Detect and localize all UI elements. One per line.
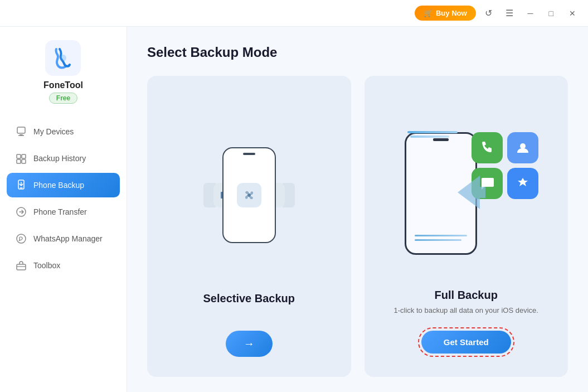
- history-button[interactable]: ↺: [480, 6, 497, 21]
- sidebar-item-toolbox[interactable]: Toolbox: [7, 253, 120, 278]
- svg-point-1: [60, 55, 66, 61]
- whatsapp-icon: [16, 233, 27, 244]
- nav-menu: My Devices Backup History: [0, 119, 127, 278]
- app-name: FoneTool: [43, 80, 83, 90]
- selective-backup-button[interactable]: →: [226, 331, 273, 357]
- app-store-icon: [507, 168, 538, 199]
- sidebar-item-my-devices[interactable]: My Devices: [7, 119, 120, 144]
- get-started-border: Get Started: [418, 327, 514, 357]
- sidebar-item-phone-transfer[interactable]: Phone Transfer: [7, 200, 120, 224]
- svg-rect-2: [17, 127, 25, 133]
- sidebar-item-phone-backup[interactable]: Phone Backup: [7, 173, 120, 197]
- get-started-button[interactable]: Get Started: [421, 331, 511, 354]
- svg-rect-13: [17, 264, 26, 270]
- svg-rect-6: [22, 154, 26, 158]
- sidebar-item-backup-history[interactable]: Backup History: [7, 146, 120, 171]
- menu-button[interactable]: ☰: [501, 6, 518, 21]
- phone-transfer-label: Phone Transfer: [33, 207, 87, 216]
- cart-icon: 🛒: [424, 9, 433, 17]
- svg-marker-16: [458, 176, 485, 209]
- transfer-icon: [16, 206, 27, 217]
- full-backup-card: Full Backup 1-click to backup all data o…: [365, 76, 568, 377]
- full-backup-desc: 1-click to backup all data on your iOS d…: [394, 306, 538, 316]
- svg-point-15: [247, 193, 251, 197]
- app-phone-call-icon: [472, 132, 503, 163]
- toolbox-icon: [16, 260, 27, 271]
- svg-rect-7: [17, 159, 21, 163]
- svg-point-12: [17, 234, 26, 243]
- full-backup-title: Full Backup: [435, 289, 498, 302]
- logo-area: FoneTool Free: [43, 40, 83, 104]
- svg-rect-8: [22, 159, 26, 163]
- whatsapp-manager-label: WhatsApp Manager: [33, 234, 103, 243]
- free-badge: Free: [49, 93, 77, 104]
- main-content: Select Backup Mode: [127, 27, 588, 392]
- selective-backup-title: Selective Backup: [203, 292, 295, 305]
- app-logo: [45, 40, 81, 76]
- sidebar-item-whatsapp-manager[interactable]: WhatsApp Manager: [7, 226, 120, 251]
- app-body: FoneTool Free My Devices: [0, 27, 588, 392]
- maximize-button[interactable]: □: [543, 7, 559, 20]
- history-icon: [16, 153, 27, 164]
- buy-now-button[interactable]: 🛒 Buy Now: [415, 6, 476, 21]
- backup-icon: [16, 180, 27, 191]
- svg-point-17: [520, 143, 526, 149]
- app-contacts-icon: [507, 132, 538, 163]
- selective-backup-visual: [193, 98, 305, 292]
- toolbox-label: Toolbox: [33, 261, 60, 270]
- full-backup-visual: [393, 98, 538, 289]
- device-icon: [16, 126, 27, 137]
- selective-backup-card: Selective Backup →: [147, 76, 351, 377]
- minimize-button[interactable]: ─: [522, 7, 539, 20]
- title-bar-controls: 🛒 Buy Now ↺ ☰ ─ □ ✕: [415, 6, 581, 21]
- sidebar: FoneTool Free My Devices: [0, 27, 127, 392]
- title-bar: 🛒 Buy Now ↺ ☰ ─ □ ✕: [0, 0, 588, 27]
- backup-cards: Selective Backup →: [147, 76, 568, 377]
- svg-rect-5: [17, 154, 21, 158]
- phone-backup-label: Phone Backup: [33, 181, 84, 190]
- close-button[interactable]: ✕: [563, 7, 581, 20]
- backup-history-label: Backup History: [33, 154, 86, 163]
- my-devices-label: My Devices: [33, 127, 74, 136]
- page-title: Select Backup Mode: [147, 45, 568, 60]
- buy-now-label: Buy Now: [436, 9, 467, 17]
